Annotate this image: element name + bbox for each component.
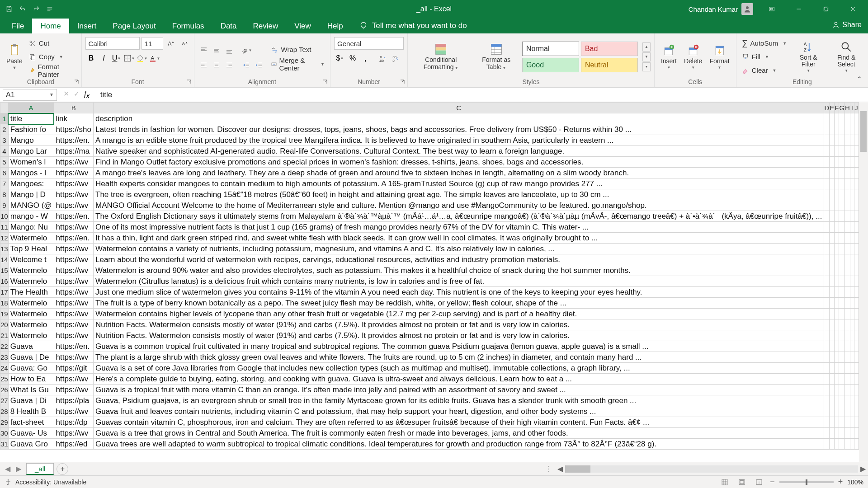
close-icon[interactable] <box>840 0 866 18</box>
clear-button[interactable]: Clear▼ <box>740 64 788 77</box>
cell-F26[interactable] <box>835 385 839 395</box>
percent-format-icon[interactable]: % <box>347 52 359 64</box>
cell-G18[interactable] <box>839 298 845 309</box>
cell-F11[interactable] <box>835 222 839 233</box>
cell-B24[interactable]: https://git <box>54 363 93 374</box>
cell-B18[interactable]: https://wv <box>54 298 93 309</box>
cell-D9[interactable] <box>824 200 830 211</box>
alignment-dialog-icon[interactable] <box>322 78 328 84</box>
cell-D15[interactable] <box>824 265 830 276</box>
row-head-6[interactable]: 6 <box>0 168 9 178</box>
cell-J28[interactable] <box>854 406 858 417</box>
cell-H31[interactable] <box>845 439 850 450</box>
styles-more-icon[interactable]: ▾ <box>642 62 651 71</box>
cell-E29[interactable] <box>830 417 835 428</box>
cell-G25[interactable] <box>839 374 845 385</box>
cell-J16[interactable] <box>854 276 858 287</box>
cell-F28[interactable] <box>835 406 839 417</box>
cell-G9[interactable] <box>839 200 845 211</box>
cell-I6[interactable] <box>850 168 854 178</box>
cell-C1[interactable]: description <box>94 113 824 124</box>
cell-A9[interactable]: MANGO (@ <box>8 200 54 211</box>
col-head-H[interactable]: H <box>845 103 850 113</box>
cell-A10[interactable]: mango - W <box>8 211 54 222</box>
row-head-2[interactable]: 2 <box>0 124 9 135</box>
cell-A29[interactable]: fact-sheet <box>8 417 54 428</box>
row-head-9[interactable]: 9 <box>0 200 9 211</box>
cell-F1[interactable] <box>835 113 839 124</box>
cell-H6[interactable] <box>845 168 850 178</box>
cell-C18[interactable]: The fruit is a type of berry known botan… <box>94 298 824 309</box>
cell-I19[interactable] <box>850 309 854 319</box>
cell-I27[interactable] <box>850 395 854 406</box>
cell-G24[interactable] <box>839 363 845 374</box>
row-head-18[interactable]: 18 <box>0 298 9 309</box>
cell-D1[interactable] <box>824 113 830 124</box>
cell-D10[interactable] <box>824 211 830 222</box>
cell-D29[interactable] <box>824 417 830 428</box>
cell-G4[interactable] <box>839 146 845 157</box>
cell-F22[interactable] <box>835 341 839 352</box>
cell-A8[interactable]: Mango | D <box>8 189 54 200</box>
cell-I15[interactable] <box>850 265 854 276</box>
zoom-in-icon[interactable]: + <box>838 477 843 487</box>
row-head-21[interactable]: 21 <box>0 330 9 341</box>
col-head-C[interactable]: C <box>94 103 824 113</box>
cell-H5[interactable] <box>845 157 850 168</box>
underline-button[interactable]: U▼ <box>111 52 123 64</box>
select-all-corner[interactable] <box>0 103 9 113</box>
cell-D16[interactable] <box>824 276 830 287</box>
cell-J25[interactable] <box>854 374 858 385</box>
cell-A4[interactable]: Mango Lar <box>8 146 54 157</box>
italic-button[interactable]: I <box>98 52 110 64</box>
cell-F14[interactable] <box>835 254 839 265</box>
cell-B27[interactable]: https://pla <box>54 395 93 406</box>
cell-E30[interactable] <box>830 428 835 439</box>
tab-formulas[interactable]: Formulas <box>164 19 212 33</box>
cell-E31[interactable] <box>830 439 835 450</box>
cell-J9[interactable] <box>854 200 858 211</box>
cell-C28[interactable]: Guava fruit and leaves contain nutrients… <box>94 406 824 417</box>
cell-D11[interactable] <box>824 222 830 233</box>
fill-color-button[interactable]: ▼ <box>136 52 148 64</box>
cell-C20[interactable]: Nutrition Facts. Watermelon consists mos… <box>94 319 824 330</box>
cell-I4[interactable] <box>850 146 854 157</box>
hscroll-left-icon[interactable]: ◀ <box>555 465 565 473</box>
cell-B3[interactable]: https://en. <box>54 135 93 146</box>
cell-B23[interactable]: https://wv <box>54 352 93 363</box>
cell-E9[interactable] <box>830 200 835 211</box>
cell-F6[interactable] <box>835 168 839 178</box>
font-color-button[interactable]: A▼ <box>149 52 160 64</box>
vertical-scrollbar[interactable] <box>859 102 868 462</box>
style-good[interactable]: Good <box>522 58 579 72</box>
col-head-I[interactable]: I <box>850 103 854 113</box>
cell-B25[interactable]: https://wv <box>54 374 93 385</box>
cell-C7[interactable]: Health experts consider mangoes to conta… <box>94 178 824 189</box>
cell-G29[interactable] <box>839 417 845 428</box>
cell-H27[interactable] <box>845 395 850 406</box>
cell-I17[interactable] <box>850 287 854 298</box>
cell-A24[interactable]: Guava: Go <box>8 363 54 374</box>
cell-F10[interactable] <box>835 211 839 222</box>
cell-J2[interactable] <box>854 124 858 135</box>
cell-G15[interactable] <box>839 265 845 276</box>
cell-C27[interactable]: Guava, Psidium guajava, is an evergreen … <box>94 395 824 406</box>
cell-F9[interactable] <box>835 200 839 211</box>
cell-B2[interactable]: https://sho <box>54 124 93 135</box>
cell-D12[interactable] <box>824 233 830 244</box>
fx-icon[interactable]: fx <box>84 89 90 99</box>
cell-I24[interactable] <box>850 363 854 374</box>
cell-C4[interactable]: Native speaker and sophisticated AI-gene… <box>94 146 824 157</box>
spreadsheet-grid[interactable]: ABCDEFGHIJKLMNOPQRSTUVW1titlelinkdescrip… <box>0 102 868 462</box>
cell-E28[interactable] <box>830 406 835 417</box>
cell-G11[interactable] <box>839 222 845 233</box>
cell-B1[interactable]: link <box>54 113 93 124</box>
cell-C2[interactable]: Latest trends in fashion for women. Disc… <box>94 124 824 135</box>
cell-A3[interactable]: Mango <box>8 135 54 146</box>
cell-A2[interactable]: Fashion fo <box>8 124 54 135</box>
cell-I31[interactable] <box>850 439 854 450</box>
cell-E24[interactable] <box>830 363 835 374</box>
row-head-13[interactable]: 13 <box>0 244 9 254</box>
row-head-19[interactable]: 19 <box>0 309 9 319</box>
cell-E20[interactable] <box>830 319 835 330</box>
